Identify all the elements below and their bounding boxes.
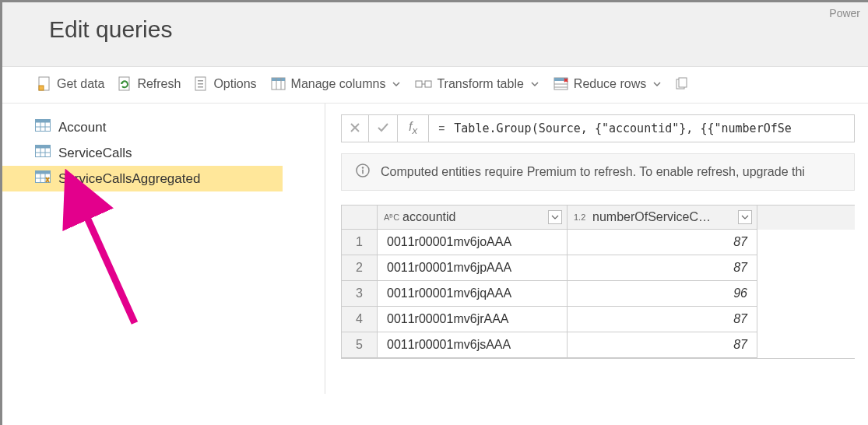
main-split: Account ServiceCalls ServiceCallsAggrega… [2, 104, 868, 394]
svg-rect-6 [198, 86, 203, 88]
computed-table-icon [35, 170, 51, 187]
reduce-rows-button[interactable]: Reduce rows [549, 74, 671, 94]
svg-rect-1 [39, 86, 44, 90]
svg-rect-11 [416, 81, 422, 87]
cell-accountid[interactable]: 0011r00001mv6jsAAA [378, 332, 568, 358]
cell-accountid[interactable]: 0011r00001mv6jrAAA [378, 307, 568, 332]
cell-accountid[interactable]: 0011r00001mv6jpAAA [378, 255, 568, 281]
rownum-header [342, 205, 378, 230]
query-item-servicecallsaggregated[interactable]: ServiceCallsAggregated [2, 166, 283, 191]
svg-rect-4 [198, 80, 203, 82]
table-columns-icon [271, 77, 286, 91]
chevron-down-icon [652, 79, 662, 89]
options-button[interactable]: Options [190, 73, 265, 95]
query-label: ServiceCallsAggregated [58, 171, 200, 187]
page-plus-icon [38, 76, 52, 92]
more-icon [676, 77, 688, 91]
get-data-label: Get data [57, 77, 104, 91]
info-text: Computed entities require Premium to ref… [381, 165, 805, 179]
svg-point-39 [362, 167, 364, 168]
formula-input[interactable]: Table.Group(Source, {"accountid"}, {{"nu… [454, 115, 854, 142]
column-filter-button[interactable] [548, 210, 562, 224]
queries-pane: Account ServiceCalls ServiceCallsAggrega… [2, 104, 325, 394]
cell-accountid[interactable]: 0011r00001mv6jqAAA [378, 281, 568, 307]
more-button[interactable] [671, 74, 698, 94]
column-header-accountid[interactable]: AᴮC accountid [378, 205, 568, 230]
text-type-icon: AᴮC [384, 213, 398, 221]
svg-rect-5 [198, 83, 203, 85]
options-icon [195, 76, 209, 92]
svg-rect-21 [679, 78, 687, 87]
column-name: numberOfServiceC… [592, 210, 711, 224]
formula-bar: fx = Table.Group(Source, {"accountid"}, … [341, 114, 855, 142]
row-number: 1 [342, 230, 378, 255]
query-label: Account [58, 120, 106, 135]
number-type-icon: 1.2 [574, 213, 588, 221]
query-item-servicecalls[interactable]: ServiceCalls [2, 140, 325, 166]
svg-rect-33 [36, 171, 51, 174]
table-row[interactable]: 1 0011r00001mv6joAAA 87 [342, 230, 855, 255]
transform-icon [415, 77, 432, 91]
chevron-down-icon [392, 79, 401, 89]
cell-accountid[interactable]: 0011r00001mv6joAAA [378, 230, 568, 255]
transform-table-label: Transform table [437, 77, 523, 91]
table-header-row: AᴮC accountid 1.2 numberOfServiceC… [342, 205, 855, 230]
column-header-numberofservicec[interactable]: 1.2 numberOfServiceC… [568, 205, 757, 230]
manage-columns-label: Manage columns [291, 77, 386, 91]
cell-value[interactable]: 87 [568, 307, 757, 332]
table-icon [35, 145, 51, 161]
svg-rect-28 [36, 146, 51, 149]
table-icon [35, 119, 51, 135]
refresh-button[interactable]: Refresh [114, 73, 190, 95]
close-icon [350, 122, 360, 135]
table-row[interactable]: 5 0011r00001mv6jsAAA 87 [342, 332, 855, 358]
refresh-icon [118, 76, 132, 92]
reduce-rows-label: Reduce rows [574, 77, 646, 91]
table-row[interactable]: 2 0011r00001mv6jpAAA 87 [342, 255, 855, 281]
transform-table-button[interactable]: Transform table [410, 74, 548, 94]
row-number: 2 [342, 255, 378, 281]
table-row[interactable]: 4 0011r00001mv6jrAAA 87 [342, 307, 855, 332]
header: Edit queries Power [2, 2, 868, 67]
info-icon [356, 163, 370, 181]
svg-rect-40 [362, 170, 364, 174]
data-table: AᴮC accountid 1.2 numberOfServiceC… 1 00… [341, 205, 855, 359]
svg-rect-12 [425, 81, 431, 87]
formula-commit-button[interactable] [369, 115, 398, 142]
query-item-account[interactable]: Account [2, 114, 325, 140]
svg-rect-8 [272, 78, 285, 81]
formula-equals: = [429, 115, 454, 142]
row-number: 5 [342, 332, 378, 358]
query-label: ServiceCalls [58, 146, 132, 161]
cell-value[interactable]: 87 [568, 255, 757, 281]
page-title: Edit queries [49, 16, 868, 43]
svg-line-37 [71, 181, 135, 323]
toolbar: Get data Refresh Options Manage columns … [2, 67, 868, 104]
refresh-label: Refresh [137, 77, 181, 91]
svg-rect-23 [36, 120, 51, 123]
chevron-down-icon [530, 79, 539, 89]
check-icon [377, 122, 389, 135]
reduce-rows-icon [553, 77, 569, 91]
brand-label: Power [829, 7, 860, 19]
table-row[interactable]: 3 0011r00001mv6jqAAA 96 [342, 281, 855, 307]
get-data-button[interactable]: Get data [33, 73, 114, 95]
premium-info-banner: Computed entities require Premium to ref… [341, 153, 855, 191]
cell-value[interactable]: 96 [568, 281, 757, 307]
column-filter-button[interactable] [738, 210, 752, 224]
row-number: 4 [342, 307, 378, 332]
fx-icon: fx [409, 120, 417, 136]
column-name: accountid [402, 210, 456, 224]
options-label: Options [213, 77, 256, 91]
cell-value[interactable]: 87 [568, 230, 757, 255]
row-number: 3 [342, 281, 378, 307]
manage-columns-button[interactable]: Manage columns [266, 74, 411, 94]
formula-cancel-button[interactable] [342, 115, 369, 142]
formula-fx-label: fx [398, 115, 429, 142]
content-pane: fx = Table.Group(Source, {"accountid"}, … [325, 104, 868, 394]
cell-value[interactable]: 87 [568, 332, 757, 358]
